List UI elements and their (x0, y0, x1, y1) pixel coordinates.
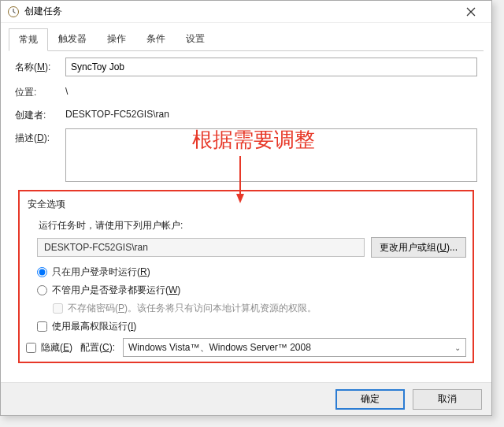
hidden-input[interactable] (26, 343, 36, 353)
no-store-pw: 不存储密码(P)。该任务将只有访问本地计算机资源的权限。 (53, 302, 466, 315)
location-label: 位置: (15, 83, 65, 99)
no-store-pw-input (53, 303, 63, 314)
description-label: 描述(D): (15, 128, 65, 145)
configure-for-select[interactable]: Windows Vista™、Windows Server™ 2008 ⌄ (123, 338, 466, 357)
configure-for-value: Windows Vista™、Windows Server™ 2008 (128, 341, 311, 355)
cancel-button[interactable]: 取消 (413, 389, 482, 410)
location-value: \ (65, 83, 477, 97)
window-title: 创建任务 (24, 5, 454, 18)
tab-actions[interactable]: 操作 (97, 28, 136, 50)
highest-priv-input[interactable] (37, 321, 47, 332)
close-button[interactable] (454, 1, 488, 23)
tab-strip: 常规 触发器 操作 条件 设置 (1, 23, 491, 50)
radio-any-label: 不管用户是否登录都要运行(W) (52, 284, 180, 297)
highest-priv[interactable]: 使用最高权限运行(I) (37, 320, 466, 333)
radio-any[interactable]: 不管用户是否登录都要运行(W) (37, 284, 466, 297)
change-user-button[interactable]: 更改用户或组(U)... (371, 237, 466, 258)
run-as-label: 运行任务时，请使用下列用户帐户: (39, 219, 466, 232)
clock-icon (7, 6, 20, 18)
name-label: 名称(M): (15, 58, 65, 74)
radio-logged-on-label: 只在用户登录时运行(R) (52, 265, 150, 279)
tab-conditions[interactable]: 条件 (136, 28, 176, 50)
radio-logged-on-input[interactable] (37, 267, 47, 277)
close-icon (466, 7, 476, 17)
tab-triggers[interactable]: 触发器 (48, 28, 97, 50)
run-as-user: DESKTOP-FC52GIS\ran (37, 238, 365, 257)
highest-priv-label: 使用最高权限运行(I) (52, 320, 136, 333)
titlebar: 创建任务 (1, 1, 491, 23)
name-input[interactable] (65, 58, 477, 76)
dialog-footer: 确定 取消 (1, 382, 491, 415)
hidden-label: 隐藏(E) (41, 341, 72, 355)
security-group-title: 安全选项 (28, 198, 466, 211)
tab-settings[interactable]: 设置 (176, 28, 215, 50)
security-options-group: 安全选项 运行任务时，请使用下列用户帐户: DESKTOP-FC52GIS\ra… (18, 190, 474, 363)
ok-button[interactable]: 确定 (335, 389, 405, 410)
radio-any-input[interactable] (37, 285, 47, 295)
no-store-pw-label: 不存储密码(P)。该任务将只有访问本地计算机资源的权限。 (68, 302, 317, 315)
description-input[interactable] (65, 128, 477, 182)
creator-value: DESKTOP-FC52GIS\ran (65, 106, 477, 120)
hidden-check[interactable]: 隐藏(E) (26, 341, 72, 355)
tab-general[interactable]: 常规 (9, 28, 48, 51)
general-panel: 名称(M): 位置: \ 创建者: DESKTOP-FC52GIS\ran 描述… (1, 51, 491, 363)
configure-for-label: 配置(C): (80, 341, 115, 355)
create-task-window: 创建任务 常规 触发器 操作 条件 设置 名称(M): 位置: \ 创建者: D… (0, 0, 492, 416)
creator-label: 创建者: (15, 106, 65, 122)
chevron-down-icon: ⌄ (454, 343, 461, 352)
radio-logged-on[interactable]: 只在用户登录时运行(R) (37, 265, 466, 279)
